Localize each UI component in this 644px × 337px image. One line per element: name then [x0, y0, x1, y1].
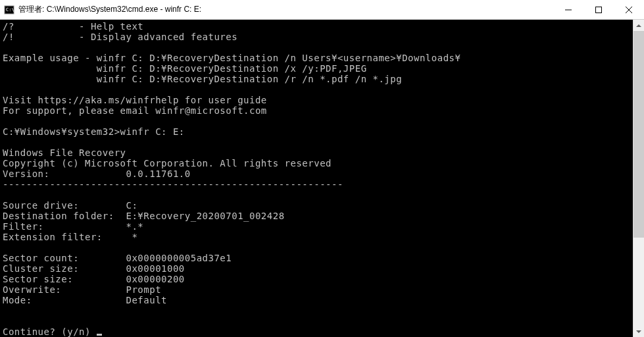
terminal-line: Version: 0.0.11761.0	[3, 168, 191, 179]
terminal-line: For support, please email winfr@microsof…	[3, 105, 267, 116]
terminal-line: /? - Help text	[3, 21, 143, 32]
terminal-output[interactable]: /? - Help text /! - Display advanced fea…	[0, 20, 633, 337]
terminal-line: ----------------------------------------…	[3, 179, 343, 190]
window-titlebar: C:\ 管理者: C:\Windows\System32\cmd.exe - w…	[0, 0, 644, 20]
svg-marker-6	[636, 24, 641, 27]
cmd-icon: C:\	[4, 5, 14, 15]
terminal-line: winfr C: D:¥RecoveryDestination /r /n *.…	[3, 74, 402, 84]
svg-marker-7	[636, 330, 641, 333]
terminal-line: /! - Display advanced features	[3, 32, 237, 42]
terminal-line: Example usage - winfr C: D:¥RecoveryDest…	[3, 53, 460, 63]
terminal-line: Sector count: 0x0000000005ad37e1	[3, 253, 232, 263]
scroll-thumb[interactable]	[633, 31, 644, 238]
terminal-line: Filter: *.*	[3, 221, 143, 232]
terminal-line: Visit https://aka.ms/winfrhelp for user …	[3, 95, 267, 105]
vertical-scrollbar[interactable]	[633, 20, 644, 337]
svg-rect-3	[596, 7, 602, 13]
window-title: 管理者: C:\Windows\System32\cmd.exe - winfr…	[18, 4, 553, 15]
scroll-up-arrow-icon[interactable]	[633, 20, 644, 31]
terminal-line: Mode: Default	[3, 295, 167, 305]
svg-text:C:\: C:\	[6, 7, 14, 13]
terminal-line: Copyright (c) Microsoft Corporation. All…	[3, 158, 332, 168]
terminal-line: winfr C: D:¥RecoveryDestination /x /y:PD…	[3, 63, 367, 74]
terminal-line: Continue? (y/n)	[3, 326, 97, 337]
scroll-track[interactable]	[633, 31, 644, 326]
terminal-line: Extension filter: *	[3, 232, 137, 242]
terminal-line: C:¥Windows¥system32>winfr C: E:	[3, 126, 185, 137]
terminal-container: /? - Help text /! - Display advanced fea…	[0, 20, 644, 337]
maximize-button[interactable]	[583, 0, 614, 19]
terminal-line: Sector size: 0x00000200	[3, 274, 185, 284]
text-cursor	[97, 334, 102, 336]
terminal-line: Cluster size: 0x00001000	[3, 263, 185, 274]
terminal-line: Destination folder: E:¥Recovery_20200701…	[3, 211, 285, 221]
terminal-line: Overwrite: Prompt	[3, 284, 161, 295]
terminal-line: Windows File Recovery	[3, 147, 126, 158]
minimize-button[interactable]	[553, 0, 583, 19]
scroll-down-arrow-icon[interactable]	[633, 326, 644, 337]
terminal-line: Source drive: C:	[3, 200, 137, 211]
window-controls	[553, 0, 644, 19]
close-button[interactable]	[614, 0, 644, 19]
